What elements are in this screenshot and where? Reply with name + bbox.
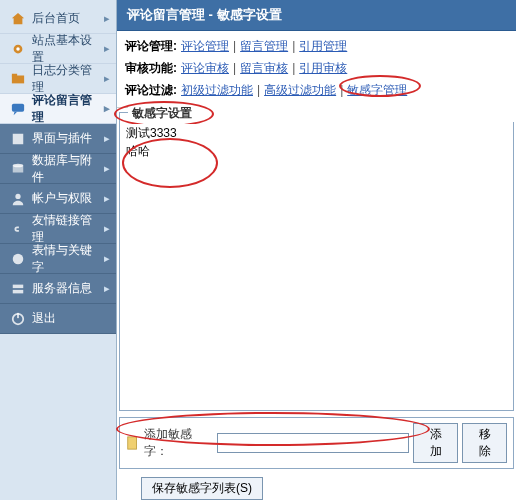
svg-point-9 <box>13 253 24 264</box>
svg-point-8 <box>15 193 20 198</box>
nav-log-category[interactable]: 日志分类管理 ▸ <box>0 64 116 94</box>
nav-server-info[interactable]: 服务器信息 ▸ <box>0 274 116 304</box>
nav-label: 站点基本设置 <box>32 32 98 66</box>
page-title: 评论留言管理 - 敏感字设置 <box>117 0 516 31</box>
smile-icon <box>10 251 26 267</box>
svg-rect-11 <box>13 289 24 293</box>
exit-icon <box>10 311 26 327</box>
home-icon <box>10 11 26 27</box>
nav-label: 日志分类管理 <box>32 62 98 96</box>
chevron-right-icon: ▸ <box>104 192 110 205</box>
nav-emoticons-keywords[interactable]: 表情与关键字 ▸ <box>0 244 116 274</box>
nav-friend-links[interactable]: 友情链接管理 ▸ <box>0 214 116 244</box>
separator: | <box>292 57 295 79</box>
add-button[interactable]: 添加 <box>413 423 458 463</box>
link-icon <box>10 221 26 237</box>
gear-icon <box>10 41 26 57</box>
link-sensitive-words[interactable]: 敏感字管理 <box>347 83 407 97</box>
chevron-right-icon: ▸ <box>104 102 110 115</box>
nav-label: 帐户与权限 <box>32 190 92 207</box>
nav-interface-plugins[interactable]: 界面与插件 ▸ <box>0 124 116 154</box>
save-list-button[interactable]: 保存敏感字列表(S) <box>141 477 263 500</box>
svg-rect-2 <box>12 75 24 83</box>
separator: | <box>340 79 343 101</box>
filter-row-audit: 审核功能: 评论审核 | 留言审核 | 引用审核 <box>125 57 508 79</box>
nav-label: 友情链接管理 <box>32 212 98 246</box>
nav-label: 服务器信息 <box>32 280 92 297</box>
content-area: 敏感字设置 添加敏感字： 添加 移除 保存敏感字列表(S) <box>117 108 516 500</box>
nav-accounts-permissions[interactable]: 帐户与权限 ▸ <box>0 184 116 214</box>
chevron-right-icon: ▸ <box>104 162 110 175</box>
link-comment-audit[interactable]: 评论审核 <box>181 57 229 79</box>
nav-label: 退出 <box>32 310 56 327</box>
chevron-right-icon: ▸ <box>104 222 110 235</box>
chevron-right-icon: ▸ <box>104 282 110 295</box>
svg-rect-3 <box>12 73 17 76</box>
svg-point-1 <box>16 47 20 51</box>
chevron-right-icon: ▸ <box>104 42 110 55</box>
sidebar: 后台首页 ▸ 站点基本设置 ▸ 日志分类管理 ▸ 评论留言管理 ▸ 界面与插件 … <box>0 0 117 500</box>
separator: | <box>257 79 260 101</box>
nav-comments[interactable]: 评论留言管理 ▸ <box>0 94 116 124</box>
db-icon <box>10 161 26 177</box>
nav-label: 界面与插件 <box>32 130 92 147</box>
chevron-right-icon: ▸ <box>104 72 110 85</box>
filter-label: 评论过滤: <box>125 79 177 101</box>
sensitive-words-textarea[interactable] <box>126 124 507 404</box>
filter-label: 评论管理: <box>125 35 177 57</box>
add-sensitive-word-bar: 添加敏感字： 添加 移除 <box>119 417 514 469</box>
svg-rect-13 <box>17 312 19 317</box>
svg-rect-4 <box>12 103 24 111</box>
chevron-right-icon: ▸ <box>104 252 110 265</box>
separator: | <box>233 35 236 57</box>
filter-row-comments: 评论管理: 评论管理 | 留言管理 | 引用管理 <box>125 35 508 57</box>
bottom-buttons: 保存敏感字列表(S) <box>119 477 514 500</box>
filter-row-filter: 评论过滤: 初级过滤功能 | 高级过滤功能 | 敏感字管理 <box>125 79 508 101</box>
nav-site-settings[interactable]: 站点基本设置 ▸ <box>0 34 116 64</box>
add-word-input[interactable] <box>217 433 409 453</box>
link-basic-filter[interactable]: 初级过滤功能 <box>181 79 253 101</box>
folder-icon <box>10 71 26 87</box>
comment-icon <box>10 101 26 117</box>
link-trackback-manage[interactable]: 引用管理 <box>299 35 347 57</box>
fieldset-legend: 敏感字设置 <box>128 105 516 122</box>
remove-button[interactable]: 移除 <box>462 423 507 463</box>
link-message-manage[interactable]: 留言管理 <box>240 35 288 57</box>
nav-label: 表情与关键字 <box>32 242 98 276</box>
separator: | <box>292 35 295 57</box>
add-word-label: 添加敏感字： <box>144 426 213 460</box>
server-icon <box>10 281 26 297</box>
nav-label: 数据库与附件 <box>32 152 98 186</box>
chevron-right-icon: ▸ <box>104 132 110 145</box>
link-comment-manage[interactable]: 评论管理 <box>181 35 229 57</box>
svg-rect-14 <box>128 437 137 449</box>
sensitive-words-fieldset: 敏感字设置 <box>119 112 514 411</box>
filter-label: 审核功能: <box>125 57 177 79</box>
user-icon <box>10 191 26 207</box>
svg-rect-7 <box>13 165 24 172</box>
nav-logout[interactable]: 退出 <box>0 304 116 334</box>
link-trackback-audit[interactable]: 引用审核 <box>299 57 347 79</box>
nav-database-attachments[interactable]: 数据库与附件 ▸ <box>0 154 116 184</box>
filter-bar: 评论管理: 评论管理 | 留言管理 | 引用管理 审核功能: 评论审核 | 留言… <box>117 31 516 108</box>
chevron-right-icon: ▸ <box>104 12 110 25</box>
nav-label: 评论留言管理 <box>32 92 98 126</box>
link-advanced-filter[interactable]: 高级过滤功能 <box>264 79 336 101</box>
plugin-icon <box>10 131 26 147</box>
nav-label: 后台首页 <box>32 10 80 27</box>
separator: | <box>233 57 236 79</box>
svg-rect-5 <box>13 133 24 144</box>
nav-home[interactable]: 后台首页 ▸ <box>0 4 116 34</box>
main-panel: 评论留言管理 - 敏感字设置 评论管理: 评论管理 | 留言管理 | 引用管理 … <box>117 0 516 500</box>
link-message-audit[interactable]: 留言审核 <box>240 57 288 79</box>
file-icon <box>126 436 140 450</box>
svg-rect-10 <box>13 284 24 288</box>
